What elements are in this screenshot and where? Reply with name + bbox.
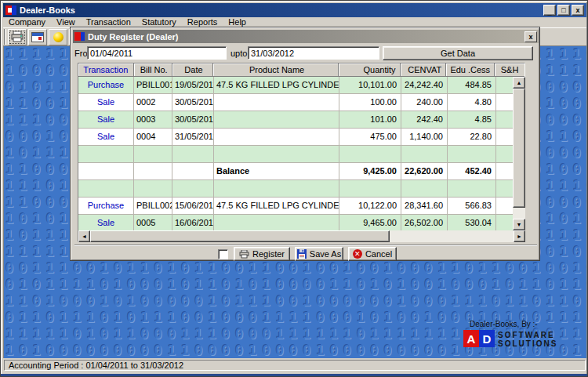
- register-label: Register: [252, 249, 285, 259]
- accounting-period-text: Accounting Period : 01/04/2011 to 31/03/…: [9, 361, 183, 370]
- cell-edu-cess: 452.40: [448, 163, 496, 180]
- bottom-edge: [1, 374, 588, 377]
- upto-date-input[interactable]: [248, 46, 379, 60]
- column-header-product-name[interactable]: Product Name: [213, 63, 338, 77]
- cell-sh: [496, 180, 514, 198]
- logo-line1: SOFTWARE: [498, 331, 555, 339]
- scroll-right-button[interactable]: ►: [514, 230, 525, 242]
- table-row[interactable]: Sale 0004 31/05/2011 475.00 1,140.00 22.…: [78, 129, 514, 146]
- cell-quantity: 475.00: [339, 129, 401, 146]
- scroll-left-button[interactable]: ◄: [78, 230, 90, 242]
- duty-register-dialog: Duty Register (Dealer) x From upto Get D…: [70, 27, 540, 261]
- dialog-title: Duty Register (Dealer): [88, 32, 524, 42]
- table-row[interactable]: Sale 0002 30/05/2011 100.00 240.00 4.80: [78, 94, 514, 111]
- cell-bill-no: 0003: [134, 111, 172, 129]
- duty-table: Transaction Bill No. Date Product Name Q…: [78, 63, 525, 242]
- maximize-button[interactable]: □: [557, 5, 570, 16]
- window-titlebar[interactable]: Dealer-Books _ □ x: [3, 3, 586, 17]
- column-header-transaction[interactable]: Transaction: [78, 63, 134, 77]
- logo-text: SOFTWARE SOLUTIONS: [498, 330, 557, 348]
- cell-transaction: [78, 163, 134, 180]
- cancel-icon: ✕: [353, 249, 362, 259]
- preview-button[interactable]: [28, 29, 47, 45]
- table-row[interactable]: Purchase PBILL002 15/06/2011 47.5 KG FIL…: [78, 198, 514, 215]
- horizontal-scroll-thumb[interactable]: [90, 230, 390, 242]
- cell-product-name: [214, 215, 339, 230]
- table-row[interactable]: [78, 146, 514, 163]
- cell-transaction: Sale: [78, 94, 134, 111]
- upto-label: upto: [230, 49, 247, 58]
- print-button[interactable]: [8, 29, 27, 45]
- get-data-button[interactable]: Get Data: [383, 46, 533, 60]
- cell-quantity: 100.00: [339, 94, 401, 111]
- cell-quantity: 9,425.00: [339, 163, 401, 180]
- column-header-date[interactable]: Date: [172, 63, 214, 77]
- cell-cenvat: [401, 180, 448, 198]
- cell-transaction: [78, 146, 134, 163]
- table-row[interactable]: Purchase PBILL001 19/05/2011 47.5 KG FIL…: [78, 77, 514, 94]
- column-header-bill-no[interactable]: Bill No.: [134, 63, 172, 77]
- table-header: Transaction Bill No. Date Product Name Q…: [78, 63, 524, 77]
- column-header-sh[interactable]: S&H: [495, 63, 524, 77]
- cell-product-name: [214, 94, 339, 111]
- cell-cenvat: 26,502.00: [401, 215, 448, 230]
- cell-quantity: 9,465.00: [339, 215, 401, 230]
- cell-transaction: Purchase: [78, 198, 134, 215]
- column-header-edu-cess[interactable]: Edu .Cess: [446, 63, 495, 77]
- cell-cenvat: 240.00: [401, 94, 448, 111]
- cell-sh: [496, 111, 514, 129]
- close-button[interactable]: x: [572, 5, 584, 16]
- cell-bill-no: PBILL002: [134, 198, 172, 215]
- cell-bill-no: 0002: [134, 94, 172, 111]
- orb-button[interactable]: [49, 29, 67, 45]
- cancel-label: Cancel: [365, 249, 392, 259]
- cell-bill-no: 0004: [134, 129, 172, 146]
- vertical-scrollbar[interactable]: ▲ ▼: [513, 77, 525, 230]
- cell-date: 19/05/2011: [172, 77, 214, 94]
- register-checkbox[interactable]: [218, 249, 228, 259]
- cell-product-name: 47.5 KG FILLED LPG CYLINDER: [214, 77, 339, 94]
- cell-transaction: Sale: [78, 129, 134, 146]
- window-title: Dealer-Books: [20, 5, 542, 15]
- cell-sh: [496, 215, 514, 230]
- dialog-close-button[interactable]: x: [524, 31, 537, 42]
- table-row[interactable]: [78, 180, 514, 198]
- column-header-quantity[interactable]: Quantity: [339, 63, 401, 77]
- cell-product-name: [214, 180, 339, 198]
- logo-line2: SOLUTIONS: [498, 339, 557, 348]
- cell-product-name: [214, 146, 339, 163]
- vertical-scroll-thumb[interactable]: [513, 89, 525, 208]
- cell-cenvat: 242.40: [401, 111, 448, 129]
- cell-date: [172, 180, 214, 198]
- cell-date: 31/05/2011: [172, 129, 214, 146]
- menu-item[interactable]: Company: [3, 17, 51, 27]
- horizontal-scrollbar[interactable]: ◄ ►: [78, 230, 525, 242]
- table-row[interactable]: Sale 0005 16/06/2011 9,465.00 26,502.00 …: [78, 215, 514, 230]
- cell-date: 16/06/2011: [172, 215, 214, 230]
- cell-edu-cess: 530.04: [448, 215, 496, 230]
- cell-cenvat: 22,620.00: [401, 163, 448, 180]
- from-date-input[interactable]: [87, 46, 227, 60]
- cell-quantity: 10,101.00: [339, 77, 401, 94]
- cell-quantity: [339, 146, 401, 163]
- minimize-button[interactable]: _: [543, 5, 556, 16]
- table-row[interactable]: Sale 0003 30/05/2011 101.00 242.40 4.85: [78, 111, 514, 129]
- yellow-orb-icon: [53, 32, 64, 42]
- register-button[interactable]: Register: [234, 247, 290, 261]
- cell-product-name: 47.5 KG FILLED LPG CYLINDER: [214, 198, 339, 215]
- cell-edu-cess: 22.80: [448, 129, 496, 146]
- save-as-button[interactable]: Save As: [295, 247, 343, 261]
- cell-quantity: 10,122.00: [339, 198, 401, 215]
- cell-transaction: [78, 180, 134, 198]
- dialog-titlebar[interactable]: Duty Register (Dealer) x: [73, 30, 539, 43]
- cell-product-name: [214, 129, 339, 146]
- cell-product-name: [214, 111, 339, 129]
- column-header-cenvat[interactable]: CENVAT: [401, 63, 447, 77]
- cell-transaction: Sale: [78, 215, 134, 230]
- save-as-label: Save As: [310, 249, 341, 259]
- cancel-button[interactable]: ✕ Cancel: [348, 247, 397, 261]
- table-row[interactable]: Balance 9,425.00 22,620.00 452.40: [78, 163, 514, 180]
- cell-quantity: [339, 180, 401, 198]
- scroll-up-button[interactable]: ▲: [513, 77, 525, 89]
- scroll-down-button[interactable]: ▼: [513, 219, 525, 230]
